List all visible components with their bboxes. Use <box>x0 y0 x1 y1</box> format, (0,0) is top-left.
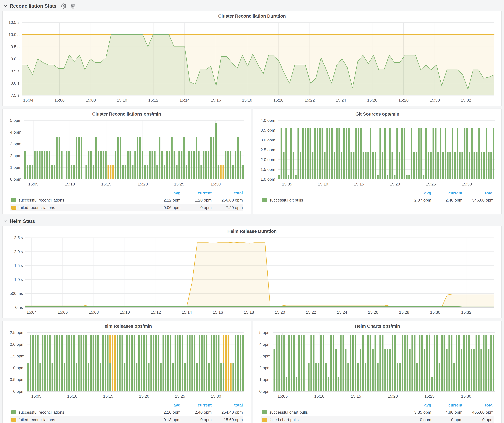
section-header-reconciliation[interactable]: Reconciliation Stats <box>2 1 502 11</box>
stat-col-current[interactable]: current <box>431 403 462 408</box>
stat-col-total[interactable]: total <box>462 403 493 408</box>
svg-text:9.5 s: 9.5 s <box>11 44 19 49</box>
svg-text:15:15: 15:15 <box>351 394 361 399</box>
svg-text:15:05: 15:05 <box>282 182 292 186</box>
helm-release-duration-chart[interactable]: 0 ns500 ms1.0 s1.5 s2.0 s2.5 s15:0415:06… <box>4 235 500 317</box>
panel-title: Helm Charts ops/min <box>254 323 500 330</box>
svg-text:15:18: 15:18 <box>242 98 252 102</box>
panel-title: Git Sources ops/min <box>254 111 500 118</box>
svg-text:15:18: 15:18 <box>244 310 254 315</box>
svg-text:1.5 opm: 1.5 opm <box>261 167 275 172</box>
svg-text:15:20: 15:20 <box>275 310 285 315</box>
legend-label[interactable]: successful reconciliations <box>18 198 64 203</box>
series-color-dash <box>262 198 267 202</box>
svg-text:15:12: 15:12 <box>148 98 158 102</box>
series-color-dash <box>11 410 16 414</box>
svg-text:15:30: 15:30 <box>211 394 221 399</box>
stat-total: 256.80 opm <box>212 198 243 203</box>
legend: avg current total successful reconciliat… <box>4 189 250 213</box>
dashboard: Reconciliation Stats Cluster Reconciliat… <box>0 0 504 423</box>
svg-text:15:10: 15:10 <box>318 182 328 186</box>
series-color-dash <box>11 198 16 202</box>
svg-text:15:20: 15:20 <box>390 182 400 186</box>
svg-text:15:06: 15:06 <box>54 98 65 102</box>
stat-avg: 0 opm <box>400 417 431 422</box>
cluster-reconciliation-duration-chart[interactable]: 7.5 s8.0 s8.5 s9.0 s9.5 s10.0 s10.5 s15:… <box>4 20 500 104</box>
legend-row-successful-reconciliations: successful reconciliations 2.12 opm 1.20… <box>11 196 243 204</box>
svg-text:0.5 opm: 0.5 opm <box>10 377 24 382</box>
svg-text:15:16: 15:16 <box>211 98 221 102</box>
section-header-helm[interactable]: Helm Stats <box>2 217 502 226</box>
stat-total: 465.60 opm <box>462 410 493 415</box>
stat-avg: 0.06 opm <box>149 205 180 210</box>
helm-releases-opm-chart[interactable]: 0 opm0.5 opm1.0 opm1.5 opm2.0 opm2.5 opm… <box>4 330 250 400</box>
stat-col-avg[interactable]: avg <box>149 191 180 195</box>
svg-text:15:05: 15:05 <box>277 394 288 399</box>
svg-text:15:04: 15:04 <box>26 310 37 315</box>
legend-row-successful-git-pulls: successful git pulls 2.87 opm 2.40 opm 3… <box>261 196 493 204</box>
legend-label[interactable]: failed reconciliations <box>18 417 55 422</box>
stat-total: 15.60 opm <box>212 417 243 422</box>
stat-col-avg[interactable]: avg <box>400 403 431 408</box>
stat-col-avg[interactable]: avg <box>400 191 431 195</box>
stat-col-avg[interactable]: avg <box>149 403 180 408</box>
trash-icon[interactable] <box>71 3 75 9</box>
stat-current: 2.40 opm <box>431 198 462 203</box>
svg-text:15:16: 15:16 <box>213 310 223 315</box>
svg-text:15:14: 15:14 <box>180 98 190 102</box>
legend-row-failed-chart-pulls: failed chart pulls 0 opm 0 opm 0 opm <box>261 416 493 423</box>
svg-text:15:30: 15:30 <box>210 182 221 186</box>
gear-icon[interactable] <box>61 3 66 9</box>
svg-text:15:32: 15:32 <box>461 98 471 102</box>
stat-current: 0 opm <box>180 417 212 422</box>
svg-text:15:10: 15:10 <box>314 394 324 399</box>
series-color-dash <box>262 418 267 422</box>
legend-label[interactable]: failed chart pulls <box>269 417 299 422</box>
svg-text:10.5 s: 10.5 s <box>8 20 19 25</box>
legend: avg current total successful chart pulls… <box>254 401 500 423</box>
stat-current: 0 opm <box>431 417 462 422</box>
svg-text:15:04: 15:04 <box>23 98 33 102</box>
helm-charts-opm-chart[interactable]: 0 opm1 opm2 opm3 opm4 opm5 opm15:0515:10… <box>254 330 500 400</box>
legend: avg current total successful git pulls 2… <box>254 189 500 205</box>
svg-text:4.0 opm: 4.0 opm <box>261 118 275 123</box>
svg-text:15:28: 15:28 <box>399 310 409 315</box>
svg-text:2.5 opm: 2.5 opm <box>10 330 24 335</box>
svg-text:1.0 opm: 1.0 opm <box>261 177 275 182</box>
stat-col-current[interactable]: current <box>180 403 212 408</box>
stat-col-total[interactable]: total <box>212 191 243 195</box>
svg-text:15:15: 15:15 <box>354 182 364 186</box>
legend-row-successful-chart-pulls: successful chart pulls 3.85 opm 4.80 opm… <box>261 409 493 416</box>
stat-col-total[interactable]: total <box>212 403 243 408</box>
svg-text:15:05: 15:05 <box>31 394 41 399</box>
svg-text:9.0 s: 9.0 s <box>11 57 19 61</box>
legend-label[interactable]: successful chart pulls <box>269 410 308 415</box>
cluster-reconciliations-opm-chart[interactable]: 0 opm1 opm2 opm3 opm4 opm5 opm15:0515:10… <box>4 118 250 188</box>
svg-text:15:25: 15:25 <box>426 182 436 186</box>
legend-row-failed-reconciliations: failed reconciliations 0.13 opm 0 opm 15… <box>11 416 243 423</box>
svg-text:15:20: 15:20 <box>273 98 283 102</box>
git-sources-opm-chart[interactable]: 1.0 opm1.5 opm2.0 opm2.5 opm3.0 opm3.5 o… <box>254 118 500 188</box>
svg-text:3 opm: 3 opm <box>10 141 21 146</box>
panel-title: Cluster Reconciliations ops/min <box>4 111 250 118</box>
stat-col-current[interactable]: current <box>431 191 462 195</box>
legend-stats-header: avg current total <box>261 189 493 196</box>
svg-text:15:22: 15:22 <box>306 310 316 315</box>
legend-label[interactable]: failed reconciliations <box>18 205 55 210</box>
svg-text:15:22: 15:22 <box>305 98 315 102</box>
legend-label[interactable]: successful reconciliations <box>18 410 64 415</box>
series-color-dash <box>11 206 16 210</box>
series-color-dash <box>262 410 267 414</box>
svg-text:15:08: 15:08 <box>89 310 99 315</box>
panel-helm-release-duration: Helm Release Duration 0 ns500 ms1.0 s1.5… <box>2 226 502 318</box>
svg-text:1 opm: 1 opm <box>259 377 270 382</box>
legend-label[interactable]: successful git pulls <box>269 198 303 203</box>
svg-text:15:15: 15:15 <box>101 182 111 186</box>
stat-col-total[interactable]: total <box>462 191 493 195</box>
svg-text:3.0 opm: 3.0 opm <box>261 138 275 142</box>
stat-total: 7.20 opm <box>212 205 243 210</box>
svg-text:15:10: 15:10 <box>117 98 127 102</box>
stat-avg: 2.87 opm <box>400 198 431 203</box>
svg-text:15:06: 15:06 <box>58 310 68 315</box>
stat-col-current[interactable]: current <box>180 191 212 195</box>
